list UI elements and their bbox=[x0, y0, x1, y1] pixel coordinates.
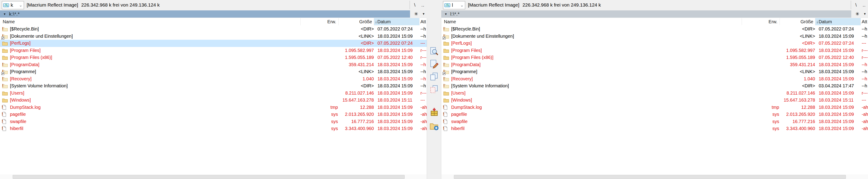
copy-button[interactable] bbox=[429, 72, 439, 81]
file-name: DumpStack.log bbox=[451, 104, 482, 111]
file-name: swapfile bbox=[10, 118, 26, 125]
column-header-att[interactable]: Att bbox=[861, 18, 868, 25]
file-size: 3.343.400.960 bbox=[323, 125, 374, 132]
file-name: [$Recycle.Bin] bbox=[451, 26, 480, 33]
hidden-link-folder-icon: ! bbox=[2, 34, 8, 39]
file-row[interactable]: ![Dokumente und Einstellungen]<LINK>18.0… bbox=[441, 33, 868, 40]
path-dropdown-icon[interactable]: ▼ bbox=[3, 12, 6, 16]
column-header-gre[interactable]: Größe bbox=[780, 18, 815, 25]
hidden-folder-icon: ! bbox=[2, 83, 8, 88]
file-row[interactable]: !swapfilesys16.777.21618.03.2024 15:09-a… bbox=[0, 118, 427, 125]
column-header-name[interactable]: Name bbox=[0, 18, 301, 25]
scrollbar-thumb[interactable] bbox=[454, 175, 846, 179]
file-row[interactable]: ![$Recycle.Bin]<DIR>07.05.2022 07:24--h bbox=[441, 26, 868, 33]
volume-label: [Macrium Reflect Image] bbox=[27, 2, 78, 7]
history-button[interactable]: ▼ bbox=[862, 10, 868, 17]
drive-selector[interactable]: l ⌄ bbox=[443, 1, 465, 9]
file-row[interactable]: ![Programme]<LINK>18.03.2024 15:09--h bbox=[441, 68, 868, 75]
path-row: ▼ k:\*.* ✳ ▼ bbox=[0, 10, 427, 18]
file-row[interactable]: ![Programme]<LINK>18.03.2024 15:09--h bbox=[0, 68, 427, 75]
file-date: 07.05.2022 07:24 bbox=[377, 26, 413, 33]
file-row[interactable]: ![Recovery]1.04018.03.2024 15:09--h bbox=[0, 75, 427, 83]
file-name: [System Volume Information] bbox=[10, 82, 68, 90]
path-dropdown-icon[interactable]: ▼ bbox=[444, 12, 447, 16]
column-header-erw[interactable]: Erw. bbox=[742, 18, 780, 25]
file-row[interactable]: ![System Volume Information]<DIR>18.03.2… bbox=[0, 82, 427, 90]
file-row[interactable]: ![System Volume Information]<DIR>03.04.2… bbox=[441, 82, 868, 90]
chevron-down-icon[interactable]: ⌄ bbox=[460, 3, 464, 8]
column-header-gre[interactable]: Größe bbox=[339, 18, 374, 25]
chevron-down-icon[interactable]: ⌄ bbox=[19, 3, 22, 8]
file-name: [Program Files] bbox=[451, 47, 482, 54]
hidden-mark-icon: ! bbox=[2, 126, 3, 131]
favorites-button[interactable]: ✳ bbox=[412, 10, 420, 17]
goto-parent-button[interactable]: .. bbox=[419, 0, 427, 10]
file-attributes: --- bbox=[862, 40, 868, 47]
file-row[interactable]: [PerfLogs]<DIR>07.05.2022 07:24--- bbox=[0, 40, 427, 47]
system-file-icon: ! bbox=[2, 112, 8, 117]
column-header-att[interactable]: Att bbox=[420, 18, 427, 25]
file-row[interactable]: ![Recovery]1.04018.03.2024 15:09--h bbox=[441, 75, 868, 83]
file-row[interactable]: [Program Files (x86)]1.595.055.18907.05.… bbox=[0, 54, 427, 61]
file-size: 359.431.214 bbox=[765, 61, 815, 68]
file-row[interactable]: !hiberfilsys3.343.400.96018.03.2024 15:0… bbox=[0, 125, 427, 132]
file-row[interactable]: !pagefilesys2.013.265.92018.03.2024 15:0… bbox=[441, 111, 868, 118]
favorites-button[interactable]: ✳ bbox=[854, 10, 861, 17]
hidden-folder-icon: ! bbox=[2, 76, 8, 81]
goto-root-button[interactable]: \ bbox=[411, 0, 418, 10]
system-file-icon: ! bbox=[2, 119, 8, 124]
hidden-link-folder-icon: ! bbox=[2, 69, 8, 74]
file-row[interactable]: [Users]8.211.027.14618.03.2024 15:09r--- bbox=[441, 90, 868, 97]
column-header-erw[interactable]: Erw. bbox=[301, 18, 339, 25]
drive-selector[interactable]: k ⌄ bbox=[2, 1, 24, 9]
path-bar[interactable]: ▼ l:\*.* bbox=[441, 10, 851, 17]
history-button[interactable]: ▼ bbox=[421, 10, 427, 17]
file-attributes: r--- bbox=[862, 47, 868, 54]
file-attributes: r--- bbox=[862, 90, 868, 97]
file-row[interactable]: [Users]8.211.027.14618.03.2024 15:09r--- bbox=[0, 90, 427, 97]
horizontal-scrollbar[interactable] bbox=[441, 175, 868, 179]
file-size: 12.288 bbox=[765, 104, 815, 111]
system-file-icon: ! bbox=[443, 112, 449, 117]
file-name: [Program Files (x86)] bbox=[10, 54, 52, 61]
file-attributes: -ah bbox=[862, 125, 868, 132]
goto-root-button[interactable]: \ bbox=[852, 0, 860, 10]
path-bar[interactable]: ▼ k:\*.* bbox=[0, 10, 410, 17]
link-overlay-icon bbox=[1, 37, 4, 39]
file-row[interactable]: !DumpStack.logtmp12.28818.03.2024 15:09-… bbox=[0, 104, 427, 111]
scrollbar-thumb[interactable] bbox=[13, 175, 405, 179]
file-row[interactable]: !DumpStack.logtmp12.28818.03.2024 15:09-… bbox=[441, 104, 868, 111]
file-row[interactable]: [Windows]15.647.163.27818.03.2024 15:11-… bbox=[441, 97, 868, 104]
horizontal-scrollbar[interactable] bbox=[0, 175, 427, 179]
goto-parent-button[interactable]: .. bbox=[860, 0, 868, 10]
hidden-folder-icon: ! bbox=[2, 26, 8, 32]
file-date: 18.03.2024 15:09 bbox=[819, 61, 854, 68]
file-row[interactable]: [Program Files]1.095.582.99718.03.2024 1… bbox=[0, 47, 427, 54]
file-row[interactable]: ![ProgramData]359.431.21418.03.2024 15:0… bbox=[441, 61, 868, 68]
file-row[interactable]: !pagefilesys2.013.265.92018.03.2024 15:0… bbox=[0, 111, 427, 118]
column-header-name[interactable]: Name bbox=[441, 18, 742, 25]
file-attributes: --h bbox=[421, 61, 427, 68]
column-header-datum[interactable]: ↓Datum bbox=[374, 18, 420, 25]
copy-icon bbox=[429, 78, 439, 82]
file-row[interactable]: !swapfilesys16.777.21618.03.2024 15:09-a… bbox=[441, 118, 868, 125]
file-row[interactable]: [Program Files]1.095.582.99718.03.2024 1… bbox=[441, 47, 868, 54]
file-row[interactable]: [PerfLogs]<DIR>07.05.2022 07:24--- bbox=[441, 40, 868, 47]
file-row[interactable]: ![Dokumente und Einstellungen]<LINK>18.0… bbox=[0, 33, 427, 40]
file-row[interactable]: !hiberfilsys3.343.400.96018.03.2024 15:0… bbox=[441, 125, 868, 132]
file-date: 18.03.2024 15:09 bbox=[819, 125, 854, 132]
file-name: [PerfLogs] bbox=[10, 40, 31, 47]
file-row[interactable]: ![ProgramData]359.431.21418.03.2024 15:0… bbox=[0, 61, 427, 68]
file-row[interactable]: [Windows]15.647.163.27818.03.2024 15:11-… bbox=[0, 97, 427, 104]
column-header-datum[interactable]: ↓Datum bbox=[815, 18, 861, 25]
column-header-label: Datum bbox=[377, 19, 391, 24]
edit-button[interactable] bbox=[429, 59, 439, 69]
view-button[interactable] bbox=[429, 46, 439, 56]
file-row[interactable]: ![$Recycle.Bin]<DIR>07.05.2022 07:24--h bbox=[0, 26, 427, 33]
move-button[interactable] bbox=[429, 84, 439, 94]
new-folder-button[interactable] bbox=[429, 121, 439, 131]
file-name: [Dokumente und Einstellungen] bbox=[451, 33, 514, 40]
pack-button[interactable] bbox=[429, 107, 439, 117]
file-row[interactable]: [Program Files (x86)]1.595.055.18907.05.… bbox=[441, 54, 868, 61]
file-attributes: --- bbox=[862, 97, 868, 104]
